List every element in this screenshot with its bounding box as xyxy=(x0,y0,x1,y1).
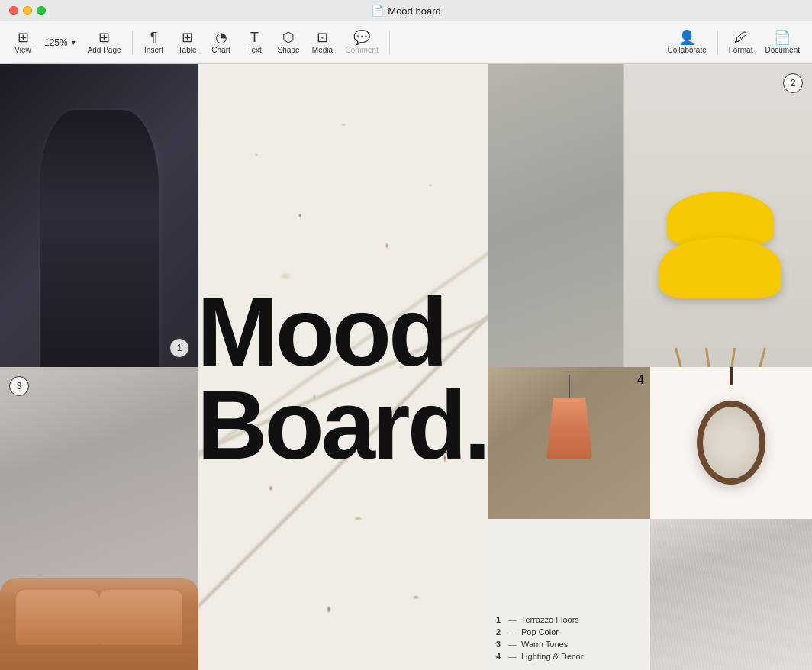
legend-panel: 1 — Terrazzo Floors 2 — Pop Color 3 — Wa… xyxy=(488,519,650,671)
comment-icon: 💬 xyxy=(353,31,370,44)
media-icon: ⊡ xyxy=(317,31,328,44)
lamp-shade xyxy=(546,398,592,459)
chair-seat xyxy=(659,237,781,298)
collaborate-icon: 👤 xyxy=(678,31,695,44)
lamp-image xyxy=(546,375,592,459)
close-button[interactable] xyxy=(9,6,18,15)
chair-leg xyxy=(751,348,766,367)
badge-1: 1 xyxy=(169,338,189,358)
lamp-cord xyxy=(569,375,570,398)
image-mirror[interactable] xyxy=(650,367,812,519)
shape-button[interactable]: ⬡ Shape xyxy=(272,27,306,57)
document-icon: 📄 xyxy=(371,5,384,17)
legend-dash-3: — xyxy=(508,639,517,649)
fullscreen-button[interactable] xyxy=(37,6,46,15)
legend-item-3: 3 — Warm Tones xyxy=(496,639,643,649)
divider-3 xyxy=(717,31,718,55)
legend-dash-2: — xyxy=(508,627,517,636)
chair-leg xyxy=(727,348,736,367)
yellow-chair-image xyxy=(488,64,812,367)
image-dark-chair[interactable]: 1 xyxy=(0,64,198,367)
image-terrazzo[interactable] xyxy=(198,64,488,670)
insert-icon: ¶ xyxy=(150,31,158,44)
legend-dash-4: — xyxy=(508,652,517,661)
chair-dark-image xyxy=(0,64,198,367)
legend-num-1: 1 xyxy=(496,615,504,624)
canvas: 1 2 xyxy=(0,64,812,670)
legend-num-4: 4 xyxy=(496,652,504,661)
badge-4: 4 xyxy=(637,373,644,387)
chair-leg xyxy=(675,348,690,367)
badge-3: 3 xyxy=(9,376,29,396)
legend-item-2: 2 — Pop Color xyxy=(496,627,643,636)
text-icon: T xyxy=(250,31,259,44)
title-bar: 📄 Mood board xyxy=(0,0,812,21)
chevron-down-icon: ▼ xyxy=(70,39,77,47)
legend-label-3: Warm Tones xyxy=(521,639,568,649)
table-icon: ⊞ xyxy=(182,31,193,44)
badge-2: 2 xyxy=(783,73,803,93)
mirror-strap xyxy=(730,367,733,385)
media-button[interactable]: ⊡ Media xyxy=(305,27,339,57)
chair-leg xyxy=(705,348,714,367)
chart-button[interactable]: ◔ Chart xyxy=(205,27,238,57)
document-button[interactable]: 📄 Document xyxy=(759,27,806,57)
table-button[interactable]: ⊞ Table xyxy=(171,27,205,57)
view-button[interactable]: ⊞ View xyxy=(6,27,40,57)
shape-icon: ⬡ xyxy=(282,31,295,44)
divider-1 xyxy=(132,31,133,55)
legend-item-4: 4 — Lighting & Decor xyxy=(496,652,643,661)
add-page-icon: ⊞ xyxy=(98,31,110,44)
window-title: 📄 Mood board xyxy=(371,5,440,17)
document-icon: 📄 xyxy=(774,31,791,44)
minimize-button[interactable] xyxy=(23,6,32,15)
image-yellow-chair[interactable]: 2 xyxy=(488,64,812,367)
image-sofa[interactable]: 3 xyxy=(0,367,198,670)
terrazzo-image xyxy=(198,64,488,670)
legend-label-2: Pop Color xyxy=(521,627,559,636)
traffic-lights xyxy=(9,6,46,15)
legend-num-2: 2 xyxy=(496,627,504,636)
chart-icon: ◔ xyxy=(215,31,227,44)
bottom-right-grid: 4 1 — Terrazzo Floors 2 — Pop C xyxy=(488,367,812,670)
image-lamp[interactable]: 4 xyxy=(488,367,650,519)
moodboard: 1 2 xyxy=(0,64,812,670)
chair-yellow-body xyxy=(659,237,781,344)
collaborate-button[interactable]: 👤 Collaborate xyxy=(662,27,713,57)
add-page-button[interactable]: ⊞ Add Page xyxy=(82,27,127,57)
comment-button[interactable]: 💬 Comment xyxy=(339,27,384,57)
text-button[interactable]: T Text xyxy=(238,27,272,57)
mirror-frame xyxy=(697,401,765,485)
legend-item-1: 1 — Terrazzo Floors xyxy=(496,615,643,624)
toolbar: ⊞ View 125% ▼ ⊞ Add Page ¶ Insert ⊞ Tabl… xyxy=(0,21,812,64)
zoom-control[interactable]: 125% ▼ xyxy=(40,34,82,51)
sofa-image xyxy=(0,578,198,670)
format-button[interactable]: 🖊 Format xyxy=(723,27,759,57)
view-icon: ⊞ xyxy=(18,31,29,44)
insert-button[interactable]: ¶ Insert xyxy=(137,27,171,57)
legend-label-4: Lighting & Decor xyxy=(521,652,583,661)
divider-2 xyxy=(389,31,390,55)
sofa-container xyxy=(0,504,198,670)
sofa-cushion-left xyxy=(16,590,99,645)
image-fur[interactable] xyxy=(650,519,812,671)
legend-num-3: 3 xyxy=(496,639,504,649)
legend-label-1: Terrazzo Floors xyxy=(521,615,579,624)
format-icon: 🖊 xyxy=(734,31,748,44)
legend-dash-1: — xyxy=(508,615,517,624)
sofa-cushion-right xyxy=(99,590,182,645)
